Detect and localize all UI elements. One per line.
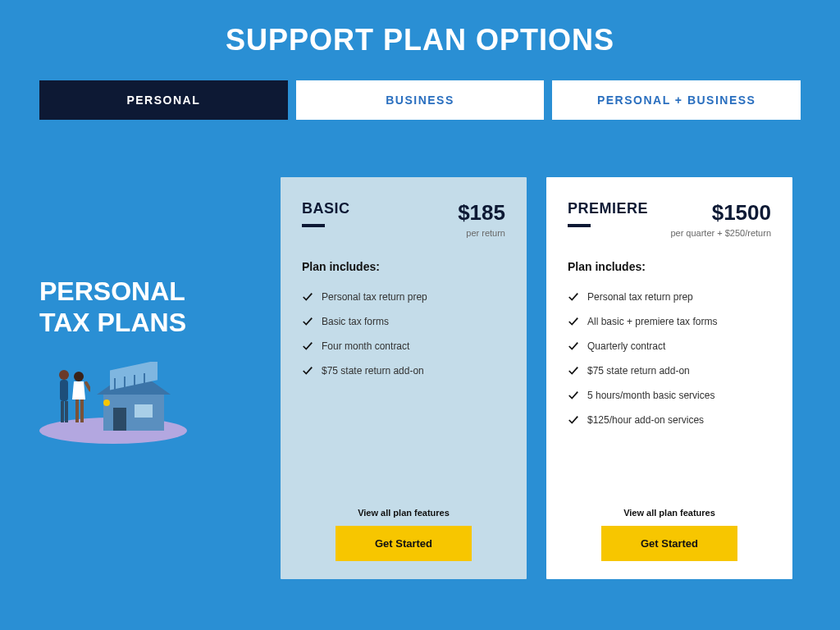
illustration <box>39 354 187 444</box>
heading-line-2: TAX PLANS <box>39 308 186 337</box>
check-icon <box>302 365 313 377</box>
plan-name: BASIC <box>302 200 350 217</box>
get-started-button[interactable]: Get Started <box>336 526 472 561</box>
card-header: PREMIERE $1500 per quarter + $250/return <box>568 200 771 239</box>
feature-list-premiere: Personal tax return prepAll basic + prem… <box>568 285 771 432</box>
check-icon <box>568 390 579 401</box>
tab-personal-business[interactable]: PERSONAL + BUSINESS <box>552 80 801 120</box>
includes-label: Plan includes: <box>302 260 505 273</box>
plan-tabs: PERSONAL BUSINESS PERSONAL + BUSINESS <box>39 80 801 120</box>
plan-price: $1500 <box>670 200 771 226</box>
feature-text: Personal tax return prep <box>322 291 427 303</box>
feature-text: Four month contract <box>322 340 409 352</box>
feature-item: Quarterly contract <box>568 334 771 358</box>
card-footer: View all plan features Get Started <box>568 491 771 561</box>
plan-name-underline <box>568 224 591 227</box>
feature-item: 5 hours/month basic services <box>568 383 771 408</box>
check-icon <box>302 340 313 352</box>
feature-text: Quarterly contract <box>587 340 665 352</box>
feature-item: Personal tax return prep <box>302 285 505 309</box>
feature-text: Personal tax return prep <box>587 291 693 303</box>
get-started-button[interactable]: Get Started <box>601 526 737 561</box>
check-icon <box>302 316 313 327</box>
check-icon <box>568 291 579 303</box>
svg-rect-16 <box>80 399 84 422</box>
feature-item: $75 state return add-on <box>302 358 505 383</box>
section-heading: PERSONAL TAX PLANS <box>39 276 261 339</box>
content-row: PERSONAL TAX PLANS <box>39 177 801 579</box>
people-icon <box>54 367 90 432</box>
feature-item: Personal tax return prep <box>568 285 771 309</box>
svg-rect-1 <box>103 395 164 431</box>
page-title: SUPPORT PLAN OPTIONS <box>0 0 840 57</box>
plan-cards: BASIC $185 per return Plan includes: Per… <box>281 177 801 579</box>
card-header: BASIC $185 per return <box>302 200 505 239</box>
plan-name-underline <box>302 224 325 227</box>
price-block: $1500 per quarter + $250/return <box>670 200 771 239</box>
feature-text: Basic tax forms <box>322 316 389 327</box>
plan-card-basic: BASIC $185 per return Plan includes: Per… <box>281 177 527 579</box>
svg-rect-7 <box>113 408 126 431</box>
check-icon <box>568 316 579 327</box>
svg-rect-12 <box>61 401 64 422</box>
check-icon <box>568 340 579 352</box>
plan-name-block: BASIC <box>302 200 350 227</box>
view-all-link[interactable]: View all plan features <box>568 508 771 518</box>
feature-text: $75 state return add-on <box>322 365 424 377</box>
tab-business[interactable]: BUSINESS <box>296 80 545 120</box>
feature-text: All basic + premiere tax forms <box>587 316 717 327</box>
feature-item: All basic + premiere tax forms <box>568 309 771 334</box>
feature-list-basic: Personal tax return prepBasic tax formsF… <box>302 285 505 383</box>
heading-line-1: PERSONAL <box>39 276 185 306</box>
left-column: PERSONAL TAX PLANS <box>39 177 261 444</box>
svg-point-10 <box>59 370 69 380</box>
plan-name: PREMIERE <box>568 200 648 217</box>
plan-name-block: PREMIERE <box>568 200 648 227</box>
feature-text: $125/hour add-on services <box>587 414 704 426</box>
check-icon <box>568 365 579 377</box>
svg-rect-15 <box>75 399 79 422</box>
feature-item: $75 state return add-on <box>568 358 771 383</box>
card-footer: View all plan features Get Started <box>302 491 505 561</box>
plan-price-sub: per quarter + $250/return <box>670 227 771 239</box>
feature-item: Basic tax forms <box>302 309 505 334</box>
check-icon <box>302 291 313 303</box>
svg-rect-17 <box>84 381 90 392</box>
plan-card-premiere: PREMIERE $1500 per quarter + $250/return… <box>546 177 792 579</box>
feature-item: Four month contract <box>302 334 505 358</box>
svg-rect-8 <box>135 404 153 418</box>
feature-text: 5 hours/month basic services <box>587 390 714 401</box>
includes-label: Plan includes: <box>568 260 771 273</box>
view-all-link[interactable]: View all plan features <box>302 508 505 518</box>
svg-rect-13 <box>65 401 68 422</box>
plan-price-sub: per return <box>458 227 505 239</box>
price-block: $185 per return <box>458 200 505 239</box>
feature-text: $75 state return add-on <box>587 365 690 377</box>
plan-price: $185 <box>458 200 505 226</box>
tab-personal[interactable]: PERSONAL <box>39 80 288 120</box>
feature-item: $125/hour add-on services <box>568 408 771 432</box>
svg-rect-11 <box>60 380 68 401</box>
house-icon <box>89 362 179 436</box>
svg-point-9 <box>103 399 110 406</box>
check-icon <box>568 414 579 426</box>
svg-point-14 <box>74 372 84 381</box>
